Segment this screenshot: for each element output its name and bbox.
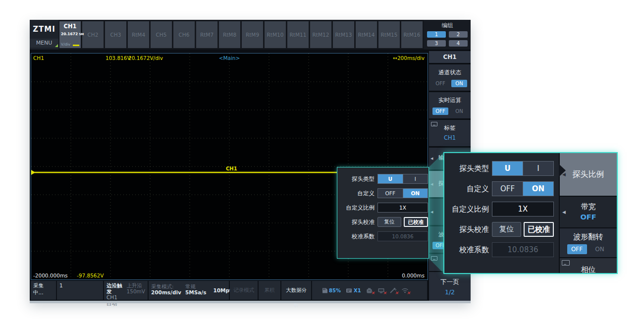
- channel-tabs: CH120.16725MV/divCH2CH3RtM4CH5CH6RtM7RtM…: [58, 20, 423, 50]
- realtime-math-on[interactable]: ON: [451, 108, 467, 115]
- probe-type-i-button[interactable]: I: [403, 174, 428, 183]
- menu-item-probe-ratio[interactable]: ◀ 探头比例: [560, 153, 617, 196]
- tab-rtm16[interactable]: RtM16: [401, 21, 423, 48]
- usb-disconnected-icon: ×: [366, 287, 373, 294]
- probe-cal-label: 探头校准: [342, 218, 375, 226]
- sidebar-item-channel-state[interactable]: 通道状态 OFF ON: [429, 64, 471, 91]
- probe-type-label: 探头类型: [342, 175, 375, 183]
- sidebar-item-realtime-math[interactable]: 实时运算 OFF ON: [429, 92, 471, 118]
- channel-tab-bar: ZTMI MENU CH120.16725MV/divCH2CH3RtM4CH5…: [30, 20, 471, 50]
- custom-ratio-input[interactable]: 1X: [377, 203, 428, 213]
- page-indicator: 1/2: [429, 288, 471, 296]
- menu-item-bandwidth[interactable]: ◀ 带宽 OFF: [560, 197, 617, 227]
- ch1-trace: CH1: [32, 172, 338, 173]
- tab-rtm10[interactable]: RtM10: [265, 21, 286, 48]
- record-mode-status: 记录模式: [230, 281, 258, 300]
- probe-cal-button-0[interactable]: 复位: [377, 217, 401, 227]
- channel-state-off[interactable]: OFF: [432, 80, 448, 87]
- big-data-analysis[interactable]: 大数据分析: [281, 281, 311, 300]
- tab-rtm11[interactable]: RtM11: [287, 21, 309, 48]
- cal-coef-label: 校准系数: [448, 245, 489, 255]
- tab-rtm15[interactable]: RtM15: [378, 21, 400, 48]
- trigger-info: 边沿触发 CH1 自动 上升沿 150mV: [104, 281, 148, 300]
- probe-type-u-button[interactable]: U: [378, 174, 403, 183]
- tab-rtm4[interactable]: RtM4: [128, 21, 149, 48]
- custom-ratio-input[interactable]: 1X: [492, 202, 554, 217]
- sidebar-item-label[interactable]: 标签 CH1: [429, 120, 471, 146]
- submenu-arrow-icon: ◀: [562, 210, 566, 215]
- custom-row: 自定义OFFON: [342, 188, 424, 198]
- wifi-disconnected-icon: ×: [401, 287, 409, 294]
- time-left-readout: -2000.000ms: [33, 272, 68, 278]
- group-button-1[interactable]: 1: [427, 31, 446, 38]
- volt-bottom-readout: -97.8562V: [77, 272, 104, 278]
- menu-button[interactable]: MENU: [30, 39, 58, 48]
- tab-rtm9[interactable]: RtM9: [242, 21, 263, 48]
- tab-rtm13[interactable]: RtM13: [333, 21, 354, 48]
- probe-type-row: 探头类型UI: [448, 161, 555, 176]
- custom-on-button[interactable]: ON: [403, 189, 428, 198]
- channel-state-on[interactable]: ON: [451, 80, 467, 87]
- realtime-math-off[interactable]: OFF: [432, 108, 448, 115]
- custom-on-button[interactable]: ON: [523, 182, 553, 196]
- cal-coef-label: 校准系数: [342, 233, 375, 240]
- tab-rtm12[interactable]: RtM12: [310, 21, 331, 48]
- custom-ratio-row: 自定义比例1X: [448, 202, 555, 217]
- group-panel: 编组 1234: [424, 20, 471, 50]
- group-button-3[interactable]: 3: [427, 40, 446, 47]
- probe-cal-button-0[interactable]: 复位: [492, 222, 521, 237]
- custom-ratio-label: 自定义比例: [342, 204, 375, 212]
- custom-row: 自定义OFFON: [448, 181, 555, 196]
- custom-label: 自定义: [342, 190, 375, 197]
- sidebar-title: CH1: [429, 51, 471, 63]
- view-label: <Main>: [219, 55, 240, 61]
- tab-ch5[interactable]: CH5: [151, 21, 172, 48]
- group-button-4[interactable]: 4: [449, 40, 468, 47]
- timebase-readout: ↔200ms/div: [393, 55, 425, 61]
- probe-type-i-button[interactable]: I: [523, 162, 553, 175]
- menu-item-phase[interactable]: 相位: [560, 258, 617, 273]
- probe-cal-button-1[interactable]: 已校准: [404, 217, 429, 227]
- group-buttons: 1234: [424, 31, 471, 47]
- custom-ratio-row: 自定义比例1X: [342, 203, 424, 213]
- custom-label: 自定义: [448, 184, 489, 194]
- probe-ratio-dialog: 探头类型UI自定义OFFON自定义比例1X探头校准复位已校准校准系数10.083…: [337, 167, 429, 259]
- probe-ratio-dialog-magnified: 探头类型UI自定义OFFON自定义比例1X探头校准复位已校准校准系数10.083…: [444, 153, 559, 273]
- cal-coef-row: 校准系数10.0836: [342, 231, 424, 241]
- brand-logo: ZTMI: [30, 25, 58, 34]
- probe-cal-row: 探头校准复位已校准: [342, 217, 424, 227]
- submenu-arrow-icon: ◀: [430, 210, 433, 214]
- invert-on[interactable]: ON: [590, 244, 610, 254]
- probe-type-u-button[interactable]: U: [492, 162, 523, 175]
- bandwidth-value: OFF: [560, 213, 617, 221]
- cal-coef-input: 10.0836: [492, 242, 554, 257]
- label-value: CH1: [429, 134, 471, 141]
- tab-rtm14[interactable]: RtM14: [356, 21, 377, 48]
- sd-card-icon: 85%: [321, 287, 341, 294]
- acquisition-info: 采集模式: 200ms/div 常规 5MSa/s 10Mpts: [149, 281, 229, 300]
- cal-coef-input: 10.0836: [377, 231, 428, 241]
- scale-readout: 20.1672V/div: [128, 55, 163, 61]
- tab-ch2[interactable]: CH2: [82, 21, 104, 48]
- invert-off[interactable]: OFF: [567, 244, 587, 254]
- tab-rtm8[interactable]: RtM8: [219, 21, 240, 48]
- tab-ch3[interactable]: CH3: [105, 21, 126, 48]
- next-page-button[interactable]: 下一页 1/2: [429, 272, 471, 301]
- menu-corner-icon: [55, 44, 58, 47]
- tab-ch6[interactable]: CH6: [173, 21, 195, 48]
- probe-type-label: 探头类型: [448, 164, 489, 173]
- custom-ratio-label: 自定义比例: [448, 205, 489, 214]
- submenu-arrow-icon: ◀: [430, 157, 433, 161]
- custom-off-button[interactable]: OFF: [492, 182, 523, 196]
- probe-cal-label: 探头校准: [448, 225, 489, 234]
- tab-ch1[interactable]: CH120.16725MV/div: [59, 21, 81, 48]
- group-title: 编组: [424, 22, 471, 29]
- keyboard-icon: [562, 260, 570, 266]
- menu-item-invert[interactable]: 波形翻转 OFF ON: [560, 228, 617, 257]
- custom-off-button[interactable]: OFF: [378, 189, 403, 198]
- group-button-2[interactable]: 2: [449, 31, 468, 38]
- probe-cal-button-1[interactable]: 已校准: [524, 222, 554, 237]
- dialog-pointer-icon: [559, 164, 566, 177]
- tab-rtm7[interactable]: RtM7: [196, 21, 217, 48]
- keyboard-icon: [431, 256, 437, 261]
